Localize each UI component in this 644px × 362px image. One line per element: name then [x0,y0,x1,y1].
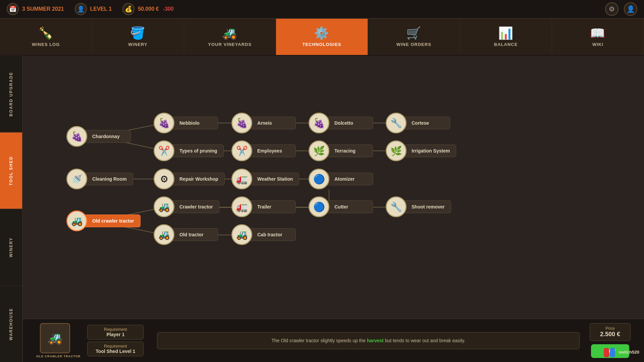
settings-button[interactable]: ⚙ [605,2,619,16]
balance-icon: 📊 [498,27,514,39]
side-tab-board-upgrade[interactable]: BOARD UPGRADE [0,56,22,132]
node-old-tractor[interactable]: 🚜 Old tractor [154,224,218,245]
chardonnay-label: Chardonnay [84,130,131,143]
irrigation-icon: 🌿 [386,140,407,161]
season-indicator: 📅 3 SUMMER 2021 [7,3,64,15]
item-name-label: OLD CRAWLER TRACTOR [36,355,80,358]
technologies-icon: ⚙️ [314,27,329,39]
node-irrigation[interactable]: 🌿 Irrigation System [386,140,456,161]
cutter-label: Cutter [326,200,373,213]
trailer-icon: 🚛 [231,196,252,217]
tab-technologies[interactable]: ⚙️ TECHNOLOGIES [276,19,368,55]
req1-value: Player 1 [96,332,135,337]
node-cutter[interactable]: 🔵 Cutter [309,196,373,217]
cab-tractor-icon: 🚜 [231,224,252,245]
node-dolcetto[interactable]: 🍇 Dolcetto [309,113,373,133]
node-cortese[interactable]: 🔧 Cortese [386,113,450,133]
req1-title: Requirement [96,327,135,332]
side-tab-tool-shed[interactable]: TOOL SHED [0,132,22,209]
terracing-icon: 🌿 [309,140,329,161]
vineyards-icon: 🚜 [222,27,237,39]
req2-title: Requirement [96,344,135,349]
node-atomizer[interactable]: 🔵 Atomizer [309,169,373,189]
node-cab-tractor[interactable]: 🚜 Cab tractor [231,224,296,245]
node-shoot-remover[interactable]: 🔧 Shoot remover [386,196,451,217]
wiki-icon: 📖 [590,27,605,39]
node-repair-workshop[interactable]: ⚙ Repair Workshop [154,169,225,189]
top-bar: 📅 3 SUMMER 2021 👤 LEVEL 1 💰 50.000 € -30… [0,0,644,19]
wine-orders-label: WINE ORDERS [396,42,431,47]
types-pruning-icon: ✂️ [154,140,174,161]
tab-wines-log[interactable]: 🍾 WINES LOG [0,19,92,55]
node-cleaning-room[interactable]: 🚿 Cleaning Room [66,169,133,189]
item-preview: 🚜 [40,323,70,353]
description-box: The Old crawler tractor slightly speeds … [157,332,580,349]
tab-balance[interactable]: 📊 BALANCE [460,19,552,55]
side-tab-winery[interactable]: WINERY [0,209,22,286]
item-preview-icon: 🚜 [48,331,63,345]
employees-icon: ✂️ [231,140,252,161]
node-terracing[interactable]: 🌿 Terracing [309,140,373,161]
harvest-highlight: harvest [367,338,384,343]
tech-tree: 🍇 Chardonnay 🍇 Nebbiolo 🍇 Arneis 🍇 Dolce… [23,56,644,362]
tab-your-vineyards[interactable]: 🚜 YOUR VINEYARDS [184,19,276,55]
irrigation-label: Irrigation System [403,144,456,157]
node-arneis[interactable]: 🍇 Arneis [231,113,296,133]
weather-station-label: Weather Station [249,173,299,185]
node-employees[interactable]: ✂️ Employees [231,140,296,161]
profile-button[interactable]: 👤 [624,2,637,16]
price-title: Price [600,326,620,331]
nav-tabs: 🍾 WINES LOG 🪣 WINERY 🚜 YOUR VINEYARDS ⚙️… [0,19,644,56]
repair-workshop-icon: ⚙ [154,169,174,189]
node-chardonnay[interactable]: 🍇 Chardonnay [66,126,131,147]
wines-log-icon: 🍾 [38,27,54,39]
node-weather-station[interactable]: 🚛 Weather Station [231,169,299,189]
top-bar-right: ⚙ 👤 [605,2,637,16]
tab-wiki[interactable]: 📖 WIKI [552,19,644,55]
top-bar-left: 📅 3 SUMMER 2021 👤 LEVEL 1 💰 50.000 € -30… [7,3,174,15]
shoot-remover-label: Shoot remover [403,200,451,213]
arneis-icon: 🍇 [231,113,252,133]
cutter-icon: 🔵 [309,196,329,217]
item-preview-container: 🚜 OLD CRAWLER TRACTOR [36,323,80,358]
wine-orders-icon: 🛒 [406,27,422,39]
tab-winery[interactable]: 🪣 WINERY [92,19,184,55]
atomizer-icon: 🔵 [309,169,329,189]
cortese-label: Cortese [403,117,450,129]
nebbiolo-icon: 🍇 [154,113,174,133]
old-tractor-label: Old tractor [171,228,218,241]
calendar-icon: 📅 [7,3,19,15]
node-old-crawler[interactable]: 🚜 Old crawler tractor [66,210,141,231]
winery-label: WINERY [128,42,148,47]
node-nebbiolo[interactable]: 🍇 Nebbiolo [154,113,218,133]
atomizer-label: Atomizer [326,173,373,185]
side-tabs: BOARD UPGRADE TOOL SHED WINERY WAREHOUSE [0,56,23,362]
repair-workshop-label: Repair Workshop [171,173,225,185]
crawler-tractor-label: Crawler tractor [171,200,219,213]
season-label: 3 SUMMER 2021 [22,6,64,12]
winery-icon: 🪣 [130,27,146,39]
req1-box: Requirement Player 1 [87,325,144,340]
switch-icon [604,348,615,357]
wines-log-label: WINES LOG [32,42,60,47]
balance-indicator: 💰 50.000 € -300 [122,3,174,15]
req2-box: Requirement Tool Shed Level 1 [87,342,144,356]
tab-wine-orders[interactable]: 🛒 WINE ORDERS [368,19,460,55]
employees-label: Employees [249,144,296,157]
node-types-pruning[interactable]: ✂️ Types of pruning [154,140,224,161]
node-crawler-tractor[interactable]: 🚜 Crawler tractor [154,196,219,217]
level-label: LEVEL 1 [90,6,112,12]
price-value: 2.500 € [600,331,620,338]
side-tab-warehouse[interactable]: WAREHOUSE [0,286,22,362]
node-trailer[interactable]: 🚛 Trailer [231,196,296,217]
avatar-icon: 👤 [75,3,87,15]
wiki-label: WIKI [592,42,603,47]
terracing-label: Terracing [326,144,373,157]
trailer-label: Trailer [249,200,296,213]
bottom-panel: 🚜 OLD CRAWLER TRACTOR Requirement Player… [23,318,644,362]
arneis-label: Arneis [249,117,296,129]
dolcetto-icon: 🍇 [309,113,329,133]
main-content: BOARD UPGRADE TOOL SHED WINERY WAREHOUSE [0,56,644,362]
shoot-remover-icon: 🔧 [386,196,407,217]
types-pruning-label: Types of pruning [171,144,224,157]
